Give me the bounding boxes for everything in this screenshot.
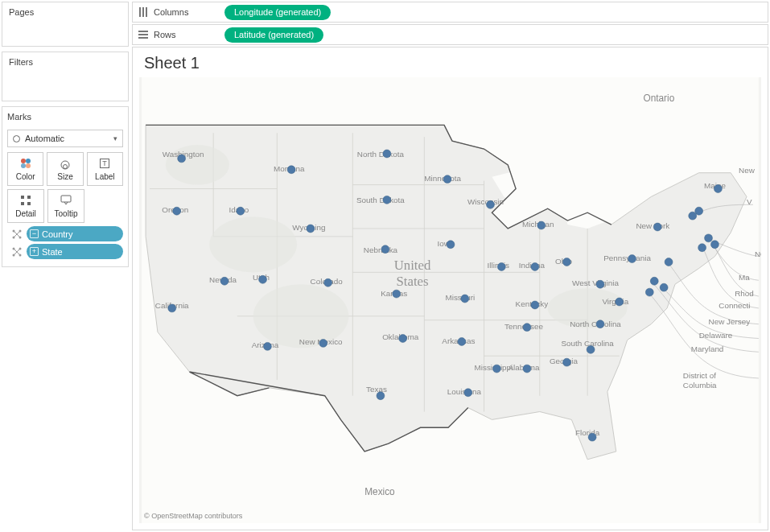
- map-dot[interactable]: [259, 275, 267, 283]
- map-dot[interactable]: [523, 365, 531, 373]
- ext-label-district-of-columbia: District of: [683, 371, 716, 380]
- state-label-texas: Texas: [366, 385, 387, 394]
- map-dot[interactable]: [628, 255, 636, 263]
- map-dot[interactable]: [698, 244, 706, 252]
- map-dot[interactable]: [531, 301, 539, 309]
- marks-size-button[interactable]: Size: [47, 152, 83, 186]
- pages-card: Pages: [2, 2, 129, 47]
- size-icon: [59, 157, 72, 170]
- map-canvas[interactable]: United States Ontario Mexico WashingtonO…: [139, 77, 761, 523]
- ext-label-rhode-island: Rhod: [735, 289, 754, 298]
- marks-tooltip-button[interactable]: Tooltip: [47, 189, 84, 223]
- ext-label-district-of-columbia2: Columbia: [683, 381, 717, 390]
- map-dot[interactable]: [377, 392, 385, 400]
- map-dot[interactable]: [650, 277, 658, 285]
- columns-pill-label: Longitude (generated): [234, 7, 321, 17]
- map-dot[interactable]: [178, 155, 186, 163]
- state-label-north-dakota: North Dakota: [357, 150, 405, 159]
- columns-shelf[interactable]: Columns Longitude (generated): [132, 2, 768, 23]
- ext-label-nc-ext: NC: [755, 250, 761, 258]
- map-dot[interactable]: [714, 185, 722, 193]
- map-dot[interactable]: [492, 365, 500, 373]
- detail-small-icon: [10, 245, 23, 258]
- map-dot[interactable]: [665, 258, 673, 266]
- svg-point-0: [21, 159, 26, 163]
- svg-point-5: [63, 165, 67, 169]
- svg-rect-11: [27, 202, 31, 205]
- svg-point-1: [26, 159, 31, 163]
- ext-label-new-jersey: New Jersey: [709, 317, 751, 326]
- marks-title: Marks: [7, 112, 123, 125]
- map-dot[interactable]: [596, 280, 604, 288]
- ext-label-connecticut: Connecti: [719, 301, 750, 310]
- pill-state[interactable]: + State: [27, 244, 123, 259]
- map-dot[interactable]: [660, 283, 668, 291]
- sheet-title[interactable]: Sheet 1: [133, 47, 768, 77]
- map-dot[interactable]: [689, 212, 697, 220]
- state-label-new-york: New York: [636, 221, 669, 230]
- map-dot[interactable]: [653, 223, 661, 231]
- map-dot[interactable]: [443, 175, 451, 184]
- tooltip-icon: [60, 194, 72, 207]
- map-dot[interactable]: [645, 288, 653, 296]
- rows-icon: [138, 29, 149, 40]
- state-label-minnesota: Minnesota: [424, 174, 461, 183]
- map-dot[interactable]: [562, 258, 570, 266]
- map-dot[interactable]: [393, 290, 401, 298]
- map-dot[interactable]: [168, 304, 176, 312]
- svg-rect-27: [146, 7, 147, 17]
- rows-pill-latitude[interactable]: Latitude (generated): [224, 27, 323, 43]
- map-dot[interactable]: [324, 278, 332, 287]
- pill-country[interactable]: − Country: [27, 226, 123, 241]
- map-dot[interactable]: [461, 295, 469, 303]
- map-dot[interactable]: [383, 150, 391, 158]
- columns-pill-longitude[interactable]: Longitude (generated): [224, 5, 331, 20]
- map-dot[interactable]: [237, 207, 245, 215]
- ext-label-vermont: V: [747, 197, 752, 206]
- map-dot[interactable]: [287, 166, 295, 174]
- map-dot[interactable]: [587, 345, 595, 353]
- map-dot[interactable]: [588, 433, 596, 441]
- map-dot[interactable]: [381, 245, 389, 254]
- map-dot[interactable]: [705, 234, 713, 242]
- marks-detail-label: Detail: [15, 209, 36, 218]
- svg-rect-28: [138, 31, 148, 32]
- rows-shelf[interactable]: Rows Latitude (generated): [132, 24, 768, 45]
- map-dot[interactable]: [264, 342, 272, 350]
- map-dot[interactable]: [447, 241, 455, 249]
- filters-card: Filters: [2, 52, 129, 101]
- map-dot[interactable]: [537, 221, 546, 229]
- filters-title: Filters: [9, 57, 121, 70]
- ontario-label: Ontario: [643, 93, 674, 104]
- state-label-west-virginia: West Virginia: [572, 278, 619, 287]
- map-dot[interactable]: [710, 241, 719, 249]
- map-dot[interactable]: [531, 263, 539, 271]
- pill-country-label: Country: [42, 229, 73, 239]
- map-dot[interactable]: [220, 277, 229, 285]
- country-label2: States: [396, 274, 428, 289]
- map-dot[interactable]: [487, 200, 495, 208]
- label-icon: T: [98, 157, 111, 170]
- map-dot[interactable]: [319, 339, 327, 347]
- svg-point-47: [209, 217, 297, 272]
- circle-icon: [13, 135, 20, 142]
- map-dot[interactable]: [173, 207, 181, 215]
- ext-label-maryland: Maryland: [691, 344, 724, 353]
- pill-state-label: State: [42, 247, 63, 257]
- marks-detail-button[interactable]: Detail: [7, 189, 44, 223]
- mark-type-dropdown[interactable]: Automatic ▾: [7, 130, 123, 147]
- map-dot[interactable]: [399, 335, 407, 343]
- map-dot[interactable]: [616, 298, 624, 306]
- map-dot[interactable]: [523, 324, 531, 332]
- map-dot[interactable]: [596, 320, 604, 328]
- mexico-label: Mexico: [364, 486, 395, 497]
- map-dot[interactable]: [458, 337, 466, 345]
- marks-label-button[interactable]: T Label: [87, 152, 123, 186]
- map-dot[interactable]: [562, 358, 570, 366]
- marks-color-button[interactable]: Color: [7, 152, 43, 186]
- map-dot[interactable]: [464, 389, 472, 397]
- color-icon: [19, 157, 32, 170]
- map-dot[interactable]: [497, 263, 505, 271]
- map-dot[interactable]: [307, 225, 315, 233]
- map-dot[interactable]: [383, 196, 391, 204]
